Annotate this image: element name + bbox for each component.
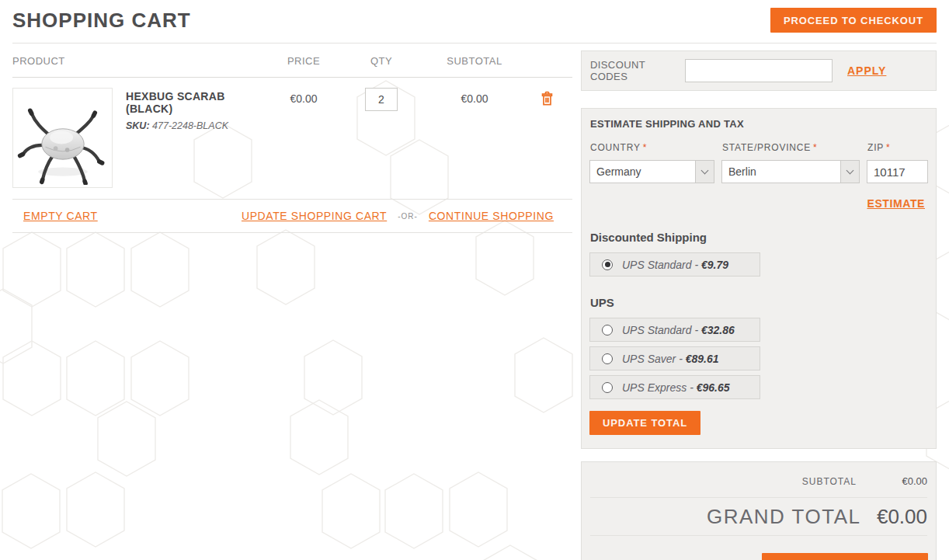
shipping-option-label: UPS Express - €96.65 [622, 381, 730, 394]
country-label: COUNTRY* [590, 142, 714, 153]
radio-icon[interactable] [602, 382, 613, 393]
subtotal-label: SUBTOTAL [802, 476, 857, 487]
update-total-button[interactable]: UPDATE TOTAL [589, 411, 700, 435]
shipping-option-label: UPS Saver - €89.61 [622, 353, 719, 365]
empty-cart-link[interactable]: EMPTY CART [23, 210, 98, 222]
product-info: HEXBUG SCARAB (BLACK) SKU: 477-2248-BLAC… [126, 88, 269, 188]
subtotal-value: €0.00 [902, 475, 927, 487]
state-field: STATE/PROVINCE* Berlin [721, 142, 860, 183]
product-sku: SKU: 477-2248-BLACK [126, 120, 269, 131]
grand-total-label: GRAND TOTAL [707, 505, 861, 528]
shipping-option-label: UPS Standard - €9.79 [622, 259, 728, 271]
trash-icon [541, 91, 554, 106]
shopping-cart-page: SHOPPING CART PROCEED TO CHECKOUT PRODUC… [0, 0, 949, 560]
update-shopping-cart-link[interactable]: UPDATE SHOPPING CART [242, 210, 387, 222]
cart-actions-right: UPDATE SHOPPING CART -OR- CONTINUE SHOPP… [242, 210, 554, 222]
product-cell: HEXBUG SCARAB (BLACK) SKU: 477-2248-BLAC… [12, 88, 269, 188]
required-asterisk: * [813, 142, 817, 153]
proceed-to-checkout-button-bottom[interactable]: PROCEED TO CHECKOUT [762, 553, 928, 560]
subtotal-row: SUBTOTAL €0.00 [582, 462, 936, 497]
page-title: SHOPPING CART [12, 9, 191, 33]
estimate-link[interactable]: ESTIMATE [867, 197, 925, 210]
column-header-product: PRODUCT [12, 55, 269, 67]
cart-item-row: HEXBUG SCARAB (BLACK) SKU: 477-2248-BLAC… [12, 78, 572, 200]
zip-field: ZIP* [867, 142, 928, 183]
column-header-subtotal: SUBTOTAL [424, 55, 525, 67]
shipping-option-price: €32.86 [701, 324, 735, 336]
item-price: €0.00 [269, 88, 339, 105]
radio-icon[interactable] [602, 325, 613, 336]
sku-label: SKU: [126, 120, 150, 131]
cart-table: PRODUCT PRICE QTY SUBTOTAL [12, 43, 572, 233]
totals-box: SUBTOTAL €0.00 GRAND TOTAL €0.00 PROCEED… [581, 461, 937, 560]
chevron-down-icon[interactable] [840, 161, 859, 183]
grand-total-value: €0.00 [877, 505, 927, 528]
shipping-option-price: €96.65 [697, 381, 730, 394]
required-asterisk: * [886, 142, 890, 153]
continue-shopping-link[interactable]: CONTINUE SHOPPING [429, 210, 554, 222]
zip-label: ZIP* [867, 142, 928, 153]
state-selected-value: Berlin [722, 165, 756, 178]
estimate-title: ESTIMATE SHIPPING AND TAX [590, 118, 928, 130]
product-image[interactable] [12, 88, 113, 188]
state-select[interactable]: Berlin [721, 160, 860, 183]
discount-codes-label: DISCOUNT CODES [590, 59, 685, 82]
item-subtotal: €0.00 [424, 88, 525, 105]
estimate-shipping-box: ESTIMATE SHIPPING AND TAX COUNTRY* Germa… [581, 108, 937, 449]
main-content: PRODUCT PRICE QTY SUBTOTAL [12, 43, 937, 560]
product-name[interactable]: HEXBUG SCARAB (BLACK) [126, 90, 269, 115]
shipping-option-ups-standard[interactable]: UPS Standard - €32.86 [589, 318, 760, 342]
qty-input[interactable] [365, 88, 398, 111]
shipping-option-ups-saver[interactable]: UPS Saver - €89.61 [589, 346, 760, 370]
state-label: STATE/PROVINCE* [722, 142, 860, 153]
radio-selected-icon[interactable] [602, 259, 613, 270]
column-header-price: PRICE [269, 55, 339, 67]
shipping-option-price: €89.61 [686, 353, 719, 365]
country-select[interactable]: Germany [589, 160, 714, 183]
sku-value: 477-2248-BLACK [152, 120, 228, 131]
zip-input[interactable] [867, 160, 928, 183]
shipping-option-label: UPS Standard - €32.86 [622, 324, 735, 336]
apply-link[interactable]: APPLY [847, 64, 886, 77]
column-header-qty: QTY [339, 55, 424, 67]
required-asterisk: * [643, 142, 647, 153]
cart-actions-row: EMPTY CART UPDATE SHOPPING CART -OR- CON… [12, 200, 572, 233]
cart-table-header: PRODUCT PRICE QTY SUBTOTAL [12, 43, 572, 78]
shipping-option-ups-standard-discounted[interactable]: UPS Standard - €9.79 [589, 252, 760, 277]
or-separator: -OR- [398, 212, 418, 221]
shipping-group-heading: UPS [590, 296, 928, 309]
shipping-option-price: €9.79 [701, 259, 728, 271]
cart-sidebar: DISCOUNT CODES APPLY ESTIMATE SHIPPING A… [581, 43, 937, 560]
grand-total-row: GRAND TOTAL €0.00 [582, 498, 936, 535]
country-selected-value: Germany [590, 165, 641, 178]
hexbug-scarab-illustration [16, 92, 110, 185]
remove-item-button[interactable] [541, 91, 554, 106]
estimate-fields-row: COUNTRY* Germany STATE/PROVINCE* Berlin [589, 142, 928, 183]
proceed-to-checkout-button-top[interactable]: PROCEED TO CHECKOUT [770, 8, 937, 33]
discount-code-input[interactable] [685, 59, 833, 82]
radio-icon[interactable] [602, 353, 613, 364]
country-field: COUNTRY* Germany [589, 142, 714, 183]
discount-codes-box: DISCOUNT CODES APPLY [581, 50, 937, 91]
shipping-group-heading: Discounted Shipping [590, 231, 928, 244]
shipping-option-ups-express[interactable]: UPS Express - €96.65 [589, 375, 760, 399]
chevron-down-icon[interactable] [695, 161, 714, 183]
page-header: SHOPPING CART PROCEED TO CHECKOUT [12, 0, 937, 43]
